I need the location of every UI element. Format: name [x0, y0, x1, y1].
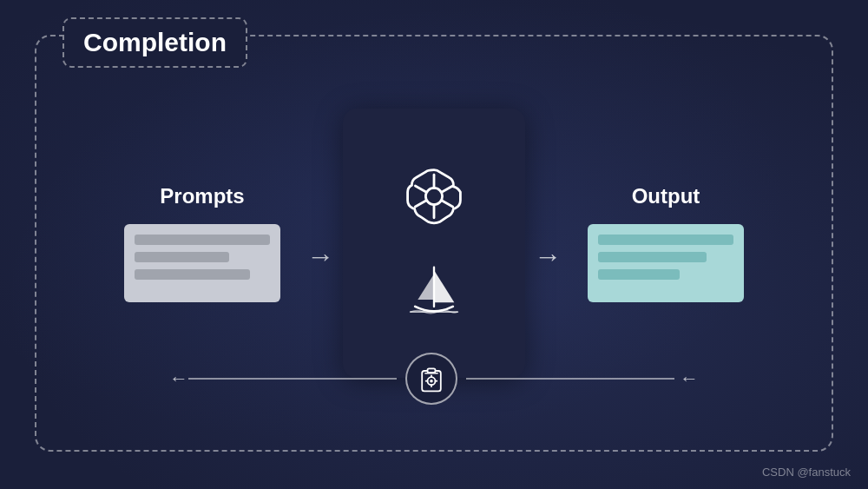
- feedback-icon-circle: [405, 353, 457, 405]
- output-box: [588, 224, 744, 302]
- svg-line-3: [415, 186, 426, 192]
- feedback-row: ←: [36, 353, 832, 405]
- feedback-arrow-right: ←: [680, 367, 699, 390]
- prompt-line-3: [135, 269, 250, 280]
- openai-icon: [399, 162, 469, 235]
- feedback-settings-icon: [416, 363, 447, 394]
- svg-rect-16: [428, 368, 436, 373]
- arrow-to-model: →: [306, 242, 334, 270]
- feedback-arrow-left: ←: [169, 367, 188, 390]
- prompts-column: Prompts: [107, 184, 298, 302]
- watermark-text: CSDN @fanstuck: [762, 466, 851, 479]
- output-label: Output: [632, 184, 700, 208]
- output-line-2: [598, 252, 707, 262]
- completion-container: Completion Prompts →: [35, 35, 833, 452]
- prompt-line-2: [135, 252, 229, 262]
- output-line-3: [598, 269, 680, 280]
- model-box: [343, 109, 525, 378]
- feedback-line-left: [188, 378, 397, 380]
- prompt-line-1: [135, 235, 270, 245]
- watermark: CSDN @fanstuck: [762, 466, 851, 479]
- prompt-box: [124, 224, 280, 302]
- svg-point-11: [430, 380, 433, 383]
- output-column: Output: [570, 184, 761, 302]
- svg-point-0: [425, 188, 442, 204]
- svg-line-6: [442, 186, 453, 192]
- svg-line-5: [415, 201, 426, 207]
- svg-line-4: [442, 201, 453, 207]
- arrow-to-output: →: [534, 242, 562, 270]
- output-line-1: [598, 235, 733, 245]
- prompts-label: Prompts: [160, 184, 244, 208]
- sailboat-icon: [399, 261, 469, 325]
- feedback-line-right: [466, 378, 674, 380]
